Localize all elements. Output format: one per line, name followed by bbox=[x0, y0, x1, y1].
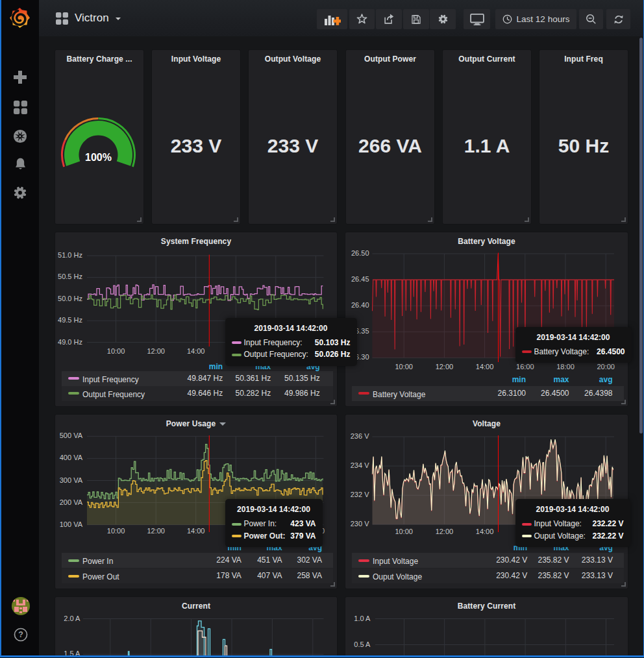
svg-text:100%: 100% bbox=[85, 152, 112, 163]
svg-text:?: ? bbox=[18, 630, 23, 639]
